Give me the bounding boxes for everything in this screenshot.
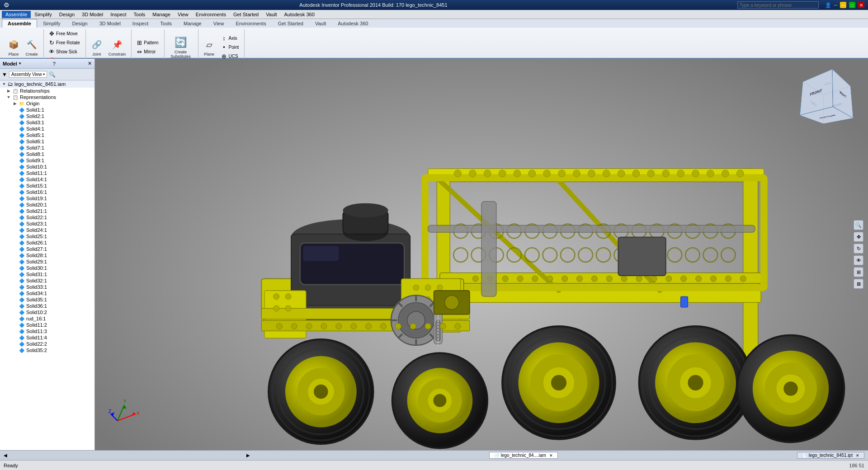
ribbon-tab-get-started[interactable]: Get Started — [272, 19, 309, 28]
joint-button[interactable]: 🔗 Joint — [89, 37, 105, 58]
zoom-window-button[interactable]: ⊞ — [854, 267, 863, 277]
tree-item-solid22[interactable]: 🔷Solid22:1 — [0, 214, 94, 221]
tree-item-solid4[interactable]: 🔷Solid4:1 — [0, 126, 94, 132]
tree-item-solid19[interactable]: 🔷Solid19:1 — [0, 195, 94, 202]
tree-item-origin[interactable]: ▶📁Origin — [0, 100, 94, 107]
pan-button[interactable]: ✥ — [854, 232, 863, 242]
panel-close-icon[interactable]: ✕ — [88, 61, 92, 66]
tree-item-solid35b[interactable]: 🔷Solid35:2 — [0, 347, 94, 353]
tree-item-solid10b[interactable]: 🔷Solid10:2 — [0, 309, 94, 315]
menu-item-manage[interactable]: Manage — [149, 11, 174, 18]
tree-item-solid34[interactable]: 🔷Solid34:1 — [0, 290, 94, 296]
tree-item-solid1[interactable]: 🔷Solid1:1 — [0, 107, 94, 113]
tree-item-solid10[interactable]: 🔷Solid10:1 — [0, 164, 94, 170]
tree-item-rud16[interactable]: 🔷rud_16:1 — [0, 315, 94, 322]
tree-item-solid30[interactable]: 🔷Solid30:1 — [0, 265, 94, 271]
tree-item-solid3[interactable]: 🔷Solid3:1 — [0, 119, 94, 126]
menu-item-autodesk360[interactable]: Autodesk 360 — [281, 11, 318, 18]
tree-item-solid7[interactable]: 🔷Solid7:1 — [0, 145, 94, 151]
minimize-button[interactable]: ─ — [840, 2, 846, 8]
tree-item-solid26[interactable]: 🔷Solid26:1 — [0, 240, 94, 246]
ribbon-tab-3d-model[interactable]: 3D Model — [94, 19, 127, 28]
tree-item-solid9[interactable]: 🔷Solid9:1 — [0, 157, 94, 164]
ribbon-tab-manage[interactable]: Manage — [178, 19, 208, 28]
nav-arrow-left[interactable]: ◀ — [4, 453, 7, 458]
tree-item-solid14[interactable]: 🔷Solid14:1 — [0, 176, 94, 183]
tree-item-relationships[interactable]: ▶📋Relationships — [0, 88, 94, 94]
menu-item-3dmodel[interactable]: 3D Model — [78, 11, 107, 18]
mirror-button[interactable]: ⇔ Mirror — [134, 47, 160, 56]
tree-item-solid11[interactable]: 🔷Solid11:1 — [0, 170, 94, 176]
3d-viewport[interactable]: FRONT BACK RIGHT LEFT TOP BOTTOM 🔍 ✥ ↻ 👁… — [95, 59, 868, 450]
tree-item-solid2[interactable]: 🔷Solid2:1 — [0, 113, 94, 119]
look-button[interactable]: 👁 — [854, 255, 863, 265]
tree-item-solid16[interactable]: 🔷Solid16:1 — [0, 189, 94, 195]
ribbon-tab-tools[interactable]: Tools — [154, 19, 178, 28]
menu-item-design[interactable]: Design — [56, 11, 78, 18]
tree-item-solid11d[interactable]: 🔷Solid11:4 — [0, 334, 94, 341]
tree-item-solid32[interactable]: 🔷Solid32:1 — [0, 277, 94, 284]
viewcube[interactable]: FRONT BACK RIGHT LEFT TOP BOTTOM — [809, 81, 845, 118]
axis-button[interactable]: ↕ Axis — [219, 34, 241, 42]
tree-item-solid31[interactable]: 🔷Solid31:1 — [0, 271, 94, 277]
free-rotate-button[interactable]: ↻ Free Rotate — [47, 38, 82, 47]
model-tree[interactable]: ▼ 🗂 lego_technic_8451.iam ▶📋Relationship… — [0, 80, 94, 450]
tree-root-item[interactable]: ▼ 🗂 lego_technic_8451.iam — [0, 80, 94, 88]
menu-item-vault[interactable]: Vault — [262, 11, 280, 18]
point-button[interactable]: • Point — [219, 43, 241, 52]
tree-item-solid33[interactable]: 🔷Solid33:1 — [0, 284, 94, 290]
tree-item-representations[interactable]: ▼📋Representations — [0, 94, 94, 100]
pattern-button[interactable]: ⊞ Pattern — [134, 38, 160, 47]
create-substitutes-button[interactable]: 🔄 CreateSubstitutes — [167, 35, 194, 60]
tree-item-solid28[interactable]: 🔷Solid28:1 — [0, 252, 94, 258]
file-tab-iam[interactable]: 📄 lego_technic_84....iam ✕ — [489, 452, 558, 459]
file-tab-ipt-close[interactable]: ✕ — [856, 453, 859, 458]
ribbon-tab-assemble[interactable]: Assemble — [2, 19, 37, 28]
search-input[interactable] — [737, 1, 819, 9]
nav-arrow-right[interactable]: ▶ — [246, 453, 250, 458]
tree-item-solid35[interactable]: 🔷Solid35:1 — [0, 296, 94, 303]
zoom-all-button[interactable]: ⊠ — [854, 279, 863, 289]
file-tab-ipt[interactable]: 📄 lego_technic_8451.ipt ✕ — [797, 452, 864, 459]
menu-item-inspect[interactable]: Inspect — [107, 11, 130, 18]
tree-item-solid25[interactable]: 🔷Solid25:1 — [0, 233, 94, 240]
search-tree-icon[interactable]: 🔍 — [49, 71, 56, 78]
tree-item-solid21[interactable]: 🔷Solid21:1 — [0, 208, 94, 214]
panel-help-icon[interactable]: ? — [53, 61, 56, 66]
tree-item-solid27[interactable]: 🔷Solid27:1 — [0, 246, 94, 252]
menu-item-assemble[interactable]: Assemble — [2, 11, 31, 18]
tree-item-solid8[interactable]: 🔷Solid8:1 — [0, 151, 94, 157]
constrain-button[interactable]: 📌 Constrain — [107, 37, 128, 58]
orbit-button[interactable]: ↻ — [854, 244, 863, 254]
ribbon-tab-autodesk-360[interactable]: Autodesk 360 — [332, 19, 374, 28]
ribbon-tab-environments[interactable]: Environments — [230, 19, 272, 28]
ribbon-tab-design[interactable]: Design — [66, 19, 94, 28]
tree-item-solid20[interactable]: 🔷Solid20:1 — [0, 202, 94, 208]
tree-item-solid11c[interactable]: 🔷Solid11:3 — [0, 328, 94, 334]
show-sick-button[interactable]: 👁 Show Sick — [47, 47, 82, 56]
ribbon-tab-inspect[interactable]: Inspect — [127, 19, 154, 28]
menu-item-simplify[interactable]: Simplify — [31, 11, 56, 18]
ribbon-tab-vault[interactable]: Vault — [309, 19, 332, 28]
assembly-view-dropdown[interactable]: Assembly View ▾ — [9, 71, 47, 78]
file-tab-iam-close[interactable]: ✕ — [549, 453, 553, 458]
maximize-button[interactable]: □ — [849, 2, 855, 8]
tree-item-solid5[interactable]: 🔷Solid5:1 — [0, 132, 94, 138]
tree-item-solid22b[interactable]: 🔷Solid22:2 — [0, 341, 94, 347]
menu-item-view[interactable]: View — [174, 11, 192, 18]
menu-item-tools[interactable]: Tools — [130, 11, 149, 18]
free-move-button[interactable]: ✥ Free Move — [47, 29, 82, 38]
tree-item-solid23[interactable]: 🔷Solid23:1 — [0, 221, 94, 227]
create-button[interactable]: 🔨 Create — [24, 37, 40, 58]
zoom-in-button[interactable]: 🔍 — [854, 220, 863, 230]
plane-button[interactable]: ▱ Plane — [201, 37, 217, 58]
tree-item-solid36[interactable]: 🔷Solid36:1 — [0, 303, 94, 309]
tree-item-solid29[interactable]: 🔷Solid29:1 — [0, 258, 94, 265]
ribbon-tab-simplify[interactable]: Simplify — [37, 19, 66, 28]
filter-icon[interactable]: ▼ — [2, 71, 7, 78]
tree-item-solid15[interactable]: 🔷Solid15:1 — [0, 183, 94, 189]
place-button[interactable]: 📦 Place — [5, 37, 22, 58]
tree-item-solid11b[interactable]: 🔷Solid11:2 — [0, 322, 94, 328]
chevron-down-icon[interactable]: ▾ — [19, 61, 21, 66]
ribbon-tab-view[interactable]: View — [208, 19, 230, 28]
